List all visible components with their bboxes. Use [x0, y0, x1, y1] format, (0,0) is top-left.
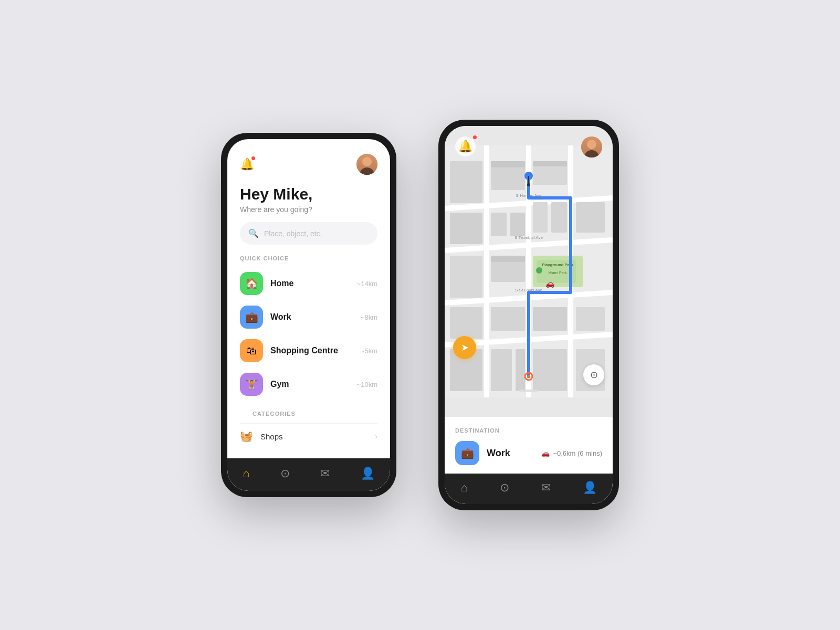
- svg-rect-30: [450, 256, 482, 298]
- list-item[interactable]: 🧺 Shops ›: [240, 423, 377, 449]
- svg-text:🚗: 🚗: [545, 279, 555, 288]
- list-item[interactable]: 💼 Work ~8km: [240, 301, 377, 333]
- categories-label: CATEGORIES: [240, 411, 377, 423]
- work-dest-icon: 💼: [455, 441, 479, 465]
- svg-rect-20: [491, 256, 525, 262]
- avatar[interactable]: [356, 154, 377, 175]
- nav-profile-icon-2[interactable]: 👤: [583, 481, 597, 495]
- destination-label: DESTINATION: [455, 427, 602, 434]
- quick-choice-list: 🏠 Home ~14km 💼 Work ~8km 🛍 Shopping Cent…: [227, 268, 390, 400]
- bell-icon[interactable]: 🔔: [240, 158, 254, 171]
- svg-rect-15: [551, 202, 567, 233]
- work-icon-bg: 💼: [240, 306, 263, 329]
- svg-point-44: [527, 375, 530, 378]
- car-icon: 🚗: [541, 449, 550, 457]
- svg-rect-12: [491, 213, 507, 236]
- svg-rect-28: [450, 161, 482, 203]
- quick-item-dist: ~5km: [361, 347, 377, 355]
- svg-point-37: [536, 267, 542, 274]
- svg-rect-26: [533, 349, 567, 391]
- shops-icon: 🧺: [240, 430, 253, 443]
- destination-distance: ~0,6km (6 mins): [553, 449, 602, 457]
- svg-rect-31: [450, 307, 482, 339]
- nav-home-icon[interactable]: ⌂: [243, 467, 249, 480]
- destination-card: DESTINATION 💼 Work 🚗 ~0,6km (6 mins): [445, 417, 613, 474]
- map-top-bar: 🔔: [445, 126, 613, 158]
- bottom-nav-1: ⌂ ⊙ ✉ 👤: [227, 458, 390, 491]
- svg-rect-21: [491, 307, 525, 331]
- quick-item-name: Gym: [270, 380, 350, 389]
- quick-item-name: Shopping Centre: [270, 346, 353, 355]
- phone-2: S Homan Ave S Trumbull Ave S St Louis Av…: [438, 120, 619, 510]
- bottom-nav-2: ⌂ ⊙ ✉ 👤: [445, 474, 613, 504]
- svg-rect-16: [576, 202, 605, 233]
- quick-item-dist: ~10km: [357, 381, 377, 388]
- list-item[interactable]: 🏠 Home ~14km: [240, 268, 377, 299]
- nav-home-icon-2[interactable]: ⌂: [460, 481, 467, 495]
- destination-row: 💼 Work 🚗 ~0,6km (6 mins): [455, 441, 602, 465]
- top-bar-1: 🔔: [227, 139, 390, 180]
- quick-choice-label: QUICK CHOICE: [227, 255, 390, 268]
- quick-item-dist: ~8km: [361, 313, 377, 321]
- notification-dot-2: [473, 135, 477, 139]
- svg-rect-29: [450, 213, 482, 244]
- drag-handle[interactable]: [519, 390, 538, 392]
- search-bar[interactable]: 🔍 Place, object, etc.: [240, 222, 377, 245]
- category-name: Shops: [260, 432, 368, 441]
- quick-item-name: Home: [270, 279, 350, 288]
- notification-dot: [251, 156, 255, 160]
- categories-section: CATEGORIES 🧺 Shops ›: [227, 400, 390, 449]
- svg-rect-24: [491, 349, 512, 391]
- shopping-icon-bg: 🛍: [240, 339, 263, 362]
- svg-text:S Trumbull Ave: S Trumbull Ave: [514, 235, 543, 240]
- gym-icon-bg: 🏋: [240, 373, 263, 396]
- nav-location-icon[interactable]: ⊙: [280, 467, 290, 480]
- svg-rect-23: [576, 307, 605, 331]
- map-area[interactable]: S Homan Ave S Trumbull Ave S St Louis Av…: [445, 126, 613, 417]
- svg-text:Playground Park: Playground Park: [542, 262, 573, 267]
- navigate-button[interactable]: ➤: [453, 336, 476, 359]
- svg-rect-11: [533, 161, 567, 166]
- search-placeholder: Place, object, etc.: [264, 229, 322, 238]
- chevron-right-icon: ›: [375, 432, 377, 440]
- list-item[interactable]: 🏋 Gym ~10km: [240, 369, 377, 400]
- greeting-subtitle: Where are you going?: [240, 205, 377, 214]
- quick-item-name: Work: [270, 312, 353, 322]
- nav-messages-icon-2[interactable]: ✉: [541, 481, 551, 495]
- greeting-title: Hey Mike,: [240, 185, 377, 203]
- nav-profile-icon[interactable]: 👤: [361, 467, 375, 480]
- bell-icon-2[interactable]: 🔔: [455, 136, 476, 156]
- greeting-section: Hey Mike, Where are you going?: [227, 180, 390, 222]
- phone-1: 🔔 Hey Mike, Where are you going? 🔍 Place…: [221, 133, 396, 497]
- svg-rect-9: [491, 161, 525, 167]
- search-icon: 🔍: [248, 228, 259, 238]
- nav-messages-icon[interactable]: ✉: [320, 467, 330, 480]
- destination-info: 🚗 ~0,6km (6 mins): [541, 449, 602, 457]
- avatar-2[interactable]: [581, 136, 602, 158]
- quick-item-dist: ~14km: [357, 280, 377, 288]
- home-icon-bg: 🏠: [240, 272, 263, 295]
- svg-rect-13: [510, 213, 525, 236]
- svg-point-42: [527, 183, 530, 186]
- svg-rect-14: [533, 202, 548, 233]
- destination-name: Work: [487, 448, 534, 459]
- location-button[interactable]: ⊙: [583, 364, 604, 385]
- nav-location-icon-2[interactable]: ⊙: [500, 481, 509, 495]
- list-item[interactable]: 🛍 Shopping Centre ~5km: [240, 335, 377, 366]
- svg-rect-22: [533, 307, 567, 331]
- svg-text:Miami Park: Miami Park: [548, 271, 567, 275]
- svg-rect-25: [516, 349, 525, 391]
